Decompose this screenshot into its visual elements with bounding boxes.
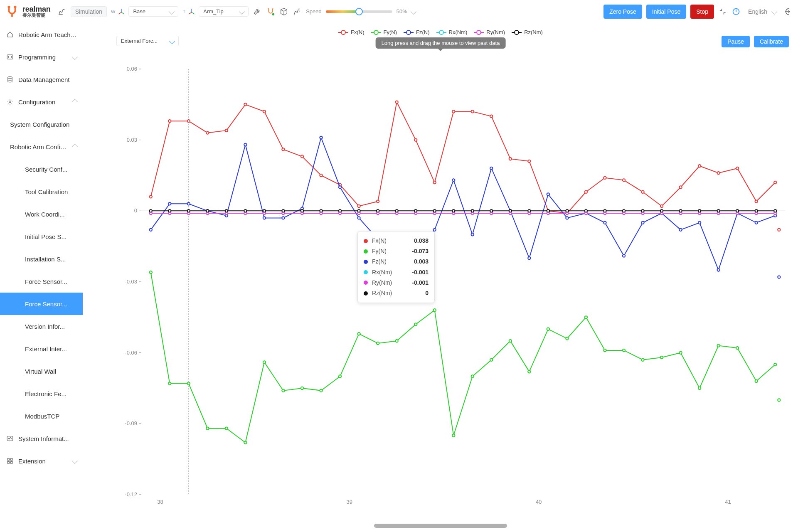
sidebar: Robotic Arm Teaching Programming Data Ma…	[0, 23, 83, 532]
nav-robotic-arm-config[interactable]: Robotic Arm Config...	[0, 135, 83, 158]
speed-value-select[interactable]: 50%	[397, 8, 416, 15]
svg-point-70	[206, 427, 209, 430]
activity-icon	[6, 434, 14, 443]
speed-icon	[293, 7, 302, 16]
nav-programming[interactable]: Programming	[0, 46, 83, 68]
svg-point-229	[641, 209, 644, 212]
home-icon	[6, 30, 14, 39]
legend-item[interactable]: Rx(Nm)	[436, 29, 468, 35]
svg-text:0.03: 0.03	[127, 137, 137, 143]
chevron-down-icon	[72, 458, 78, 464]
nav-virtual-wall[interactable]: Virtual Wall	[0, 360, 83, 382]
chevron-down-icon	[72, 54, 78, 60]
svg-point-209	[263, 209, 266, 212]
tool-frame-selector[interactable]: T Arm_Tip	[182, 6, 249, 17]
shrink-icon[interactable]	[718, 7, 727, 16]
wrench-icon[interactable]	[253, 7, 262, 16]
nav-version-info[interactable]: Version Infor...	[0, 315, 83, 337]
nav-installation-setting[interactable]: Installation S...	[0, 248, 83, 270]
svg-point-117	[452, 179, 455, 181]
force-type-selector[interactable]: External Forc...	[116, 36, 179, 46]
svg-point-36	[206, 131, 209, 134]
nav-extension[interactable]: Extension	[0, 450, 83, 472]
nav-system-information[interactable]: System Informat...	[0, 427, 83, 450]
nav-configuration[interactable]: Configuration	[0, 91, 83, 113]
svg-point-228	[623, 209, 625, 212]
horizontal-scrollbar[interactable]	[374, 524, 507, 528]
cube-icon[interactable]	[279, 7, 288, 16]
svg-point-88	[547, 328, 549, 330]
svg-point-225	[566, 209, 568, 212]
svg-point-73	[263, 361, 266, 363]
nav-data-management[interactable]: Data Management	[0, 68, 83, 91]
svg-point-61	[679, 186, 682, 188]
svg-point-47	[414, 138, 417, 141]
nav-work-coordinate[interactable]: Work Coordi...	[0, 203, 83, 225]
speed-slider[interactable]	[326, 10, 392, 13]
nav-force-sensor-2[interactable]: Force Sensor...	[0, 293, 83, 315]
language-selector[interactable]: English	[745, 7, 780, 17]
svg-point-236	[774, 209, 776, 212]
axes-icon	[117, 7, 126, 16]
svg-point-71	[225, 427, 228, 430]
svg-point-103	[187, 202, 190, 205]
svg-point-110	[320, 136, 322, 139]
svg-point-210	[282, 209, 284, 212]
svg-point-232	[698, 209, 701, 212]
logout-icon[interactable]	[784, 7, 793, 16]
svg-text:-0.06: -0.06	[125, 350, 137, 356]
zero-pose-button[interactable]: Zero Pose	[603, 5, 642, 19]
connection-icon[interactable]	[266, 7, 275, 16]
svg-point-101	[150, 229, 152, 231]
legend-item[interactable]: Fy(N)	[371, 29, 397, 35]
svg-point-7	[9, 101, 11, 103]
svg-point-122	[547, 193, 549, 195]
svg-rect-11	[7, 462, 10, 464]
svg-point-81	[414, 323, 417, 325]
force-chart[interactable]: -0.12-0.09-0.06-0.0300.030.0638394041	[116, 65, 789, 507]
calibrate-button[interactable]: Calibrate	[754, 36, 789, 47]
legend-item[interactable]: Ry(Nm)	[474, 29, 505, 35]
svg-point-80	[395, 340, 398, 342]
code-icon	[6, 53, 14, 61]
svg-point-37	[225, 129, 228, 132]
svg-point-215	[377, 209, 379, 212]
nav-robotic-arm-teaching[interactable]: Robotic Arm Teaching	[0, 23, 83, 46]
nav-force-sensor-1[interactable]: Force Sensor...	[0, 270, 83, 293]
svg-point-49	[452, 110, 455, 113]
nav-security-conf[interactable]: Security Conf...	[0, 158, 83, 180]
svg-rect-12	[11, 462, 13, 464]
nav-external-interface[interactable]: External Inter...	[0, 337, 83, 360]
svg-point-97	[717, 344, 719, 347]
svg-point-234	[736, 209, 739, 212]
svg-point-130	[698, 222, 701, 224]
svg-point-56	[585, 191, 587, 193]
nav-tool-calibration[interactable]: Tool Calibration	[0, 180, 83, 203]
legend-item[interactable]: Fx(N)	[338, 29, 365, 35]
stop-button[interactable]: Stop	[690, 5, 714, 19]
initial-pose-button[interactable]: Initial Pose	[646, 5, 686, 19]
svg-point-100	[774, 363, 776, 366]
svg-point-206	[206, 209, 209, 212]
power-icon[interactable]	[732, 7, 741, 16]
svg-point-72	[244, 441, 246, 444]
svg-point-226	[585, 209, 587, 212]
svg-point-231	[679, 209, 682, 212]
nav-initial-pose-setting[interactable]: Initial Pose S...	[0, 225, 83, 248]
legend-item[interactable]: Rz(Nm)	[512, 29, 543, 35]
robot-mode-icon[interactable]	[57, 7, 66, 16]
svg-point-52	[509, 158, 512, 160]
nav-system-configuration[interactable]: System Configuration	[0, 113, 83, 135]
nav-electronic-fence[interactable]: Electronic Fe...	[0, 382, 83, 405]
svg-point-216	[395, 209, 398, 212]
svg-point-213	[339, 209, 341, 212]
svg-point-34	[168, 120, 171, 122]
svg-point-38	[244, 103, 246, 106]
nav-modbus-tcp[interactable]: ModbusTCP	[0, 405, 83, 427]
base-frame-selector[interactable]: W Base	[111, 6, 178, 17]
legend-item[interactable]: Fz(N)	[404, 29, 430, 35]
svg-point-75	[301, 387, 303, 389]
pause-button[interactable]: Pause	[722, 36, 750, 47]
chevron-up-icon	[72, 144, 78, 150]
svg-point-57	[603, 176, 606, 179]
